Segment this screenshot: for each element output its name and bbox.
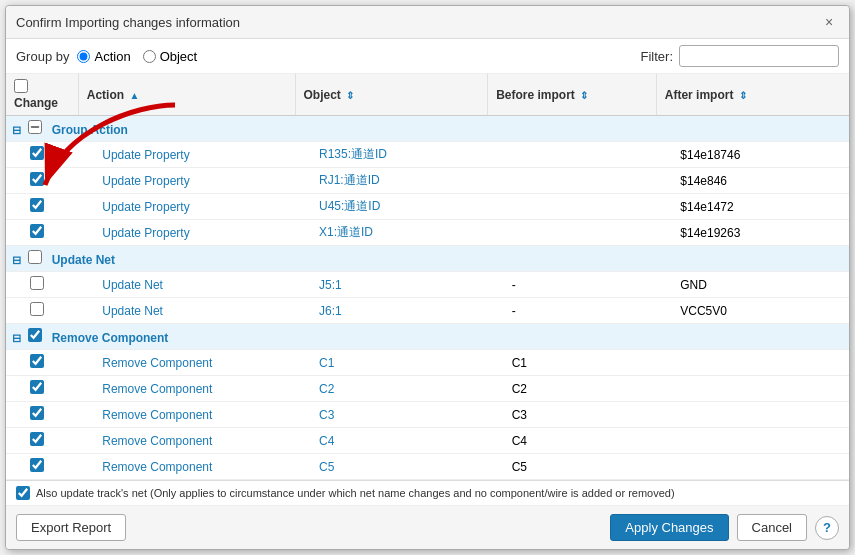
object-link[interactable]: U45:通道ID <box>319 199 380 213</box>
group-checkbox[interactable] <box>28 328 42 342</box>
object-link[interactable]: C2 <box>319 382 334 396</box>
changes-table: Change Action ▲ Object ⇕ Before import <box>6 74 849 481</box>
filter-group: Filter: <box>641 45 840 67</box>
radio-object[interactable]: Object <box>143 49 198 64</box>
footer-note: Also update track's net (Only applies to… <box>6 481 849 506</box>
object-link[interactable]: C3 <box>319 408 334 422</box>
header-before[interactable]: Before import ⇕ <box>488 74 657 116</box>
group-cell: ⊟ Remove Component <box>6 324 849 350</box>
row-checkbox-cell[interactable] <box>6 298 78 324</box>
confirm-import-dialog: Confirm Importing changes information × … <box>5 5 850 550</box>
table-body: ⊟ Group Action Update Property R135:通道ID… <box>6 116 849 482</box>
row-checkbox-cell[interactable] <box>6 402 78 428</box>
action-sort-icon: ▲ <box>129 90 139 101</box>
filter-input[interactable] <box>679 45 839 67</box>
row-checkbox-cell[interactable] <box>6 376 78 402</box>
cancel-button[interactable]: Cancel <box>737 514 807 541</box>
title-bar: Confirm Importing changes information × <box>6 6 849 39</box>
row-checkbox[interactable] <box>30 146 44 160</box>
row-checkbox[interactable] <box>30 198 44 212</box>
group-checkbox[interactable] <box>28 250 42 264</box>
action-link[interactable]: Remove Component <box>102 382 212 396</box>
table-row: Update Net J6:1 - VCC5V0 <box>6 298 849 324</box>
radio-object-input[interactable] <box>143 50 156 63</box>
row-checkbox[interactable] <box>30 380 44 394</box>
radio-action-input[interactable] <box>77 50 90 63</box>
object-link[interactable]: J6:1 <box>319 304 342 318</box>
action-link[interactable]: Remove Component <box>102 408 212 422</box>
row-checkbox[interactable] <box>30 458 44 472</box>
object-link[interactable]: R135:通道ID <box>319 147 387 161</box>
group-row: ⊟ Remove Component <box>6 324 849 350</box>
action-link[interactable]: Update Property <box>102 200 189 214</box>
row-checkbox[interactable] <box>30 172 44 186</box>
close-button[interactable]: × <box>819 12 839 32</box>
row-checkbox-cell[interactable] <box>6 272 78 298</box>
row-before: C3 <box>488 402 657 428</box>
object-link[interactable]: J5:1 <box>319 278 342 292</box>
group-row: ⊟ Update Net <box>6 246 849 272</box>
row-object: C5 <box>295 454 488 480</box>
row-checkbox[interactable] <box>30 432 44 446</box>
row-action: Remove Component <box>78 428 295 454</box>
row-checkbox[interactable] <box>30 276 44 290</box>
row-checkbox-cell[interactable] <box>6 428 78 454</box>
row-action: Remove Component <box>78 350 295 376</box>
update-track-net-checkbox[interactable] <box>16 486 30 500</box>
object-link[interactable]: RJ1:通道ID <box>319 173 380 187</box>
group-toggle-icon[interactable]: ⊟ <box>12 124 21 136</box>
group-cell: ⊟ Update Net <box>6 246 849 272</box>
row-before <box>488 168 657 194</box>
row-checkbox-cell[interactable] <box>6 194 78 220</box>
row-checkbox[interactable] <box>30 224 44 238</box>
table-container[interactable]: Change Action ▲ Object ⇕ Before import <box>6 74 849 481</box>
row-action: Remove Component <box>78 454 295 480</box>
before-sort-icon: ⇕ <box>580 90 588 101</box>
row-checkbox[interactable] <box>30 406 44 420</box>
apply-changes-button[interactable]: Apply Changes <box>610 514 728 541</box>
action-link[interactable]: Update Net <box>102 304 163 318</box>
header-action[interactable]: Action ▲ <box>78 74 295 116</box>
header-checkbox[interactable] <box>14 79 28 93</box>
after-sort-icon: ⇕ <box>739 90 747 101</box>
object-link[interactable]: C4 <box>319 434 334 448</box>
row-checkbox-cell[interactable] <box>6 142 78 168</box>
group-toggle-icon[interactable]: ⊟ <box>12 254 21 266</box>
table-row: Update Property R135:通道ID $14e18746 <box>6 142 849 168</box>
action-link[interactable]: Update Property <box>102 148 189 162</box>
action-link[interactable]: Update Property <box>102 226 189 240</box>
action-link[interactable]: Remove Component <box>102 460 212 474</box>
group-toggle-icon[interactable]: ⊟ <box>12 332 21 344</box>
action-link[interactable]: Update Property <box>102 174 189 188</box>
help-button[interactable]: ? <box>815 516 839 540</box>
header-change[interactable]: Change <box>6 74 78 116</box>
row-object: C2 <box>295 376 488 402</box>
radio-action[interactable]: Action <box>77 49 130 64</box>
export-report-button[interactable]: Export Report <box>16 514 126 541</box>
header-after[interactable]: After import ⇕ <box>656 74 849 116</box>
row-before <box>488 194 657 220</box>
row-checkbox-cell[interactable] <box>6 350 78 376</box>
row-after <box>656 350 849 376</box>
footer-right: Apply Changes Cancel ? <box>610 514 839 541</box>
row-checkbox-cell[interactable] <box>6 168 78 194</box>
header-object[interactable]: Object ⇕ <box>295 74 488 116</box>
row-before: - <box>488 272 657 298</box>
table-row: Update Property X1:通道ID $14e19263 <box>6 220 849 246</box>
footer-note-text: Also update track's net (Only applies to… <box>36 487 675 499</box>
object-link[interactable]: X1:通道ID <box>319 225 373 239</box>
object-link[interactable]: C1 <box>319 356 334 370</box>
row-after: GND <box>656 272 849 298</box>
dialog-title: Confirm Importing changes information <box>16 15 240 30</box>
action-link[interactable]: Remove Component <box>102 434 212 448</box>
row-checkbox[interactable] <box>30 354 44 368</box>
row-object: J6:1 <box>295 298 488 324</box>
object-link[interactable]: C5 <box>319 460 334 474</box>
group-checkbox[interactable] <box>28 120 42 134</box>
action-link[interactable]: Update Net <box>102 278 163 292</box>
row-checkbox[interactable] <box>30 302 44 316</box>
row-checkbox-cell[interactable] <box>6 220 78 246</box>
row-checkbox-cell[interactable] <box>6 454 78 480</box>
action-link[interactable]: Remove Component <box>102 356 212 370</box>
table-row: Remove Component C4 C4 <box>6 428 849 454</box>
